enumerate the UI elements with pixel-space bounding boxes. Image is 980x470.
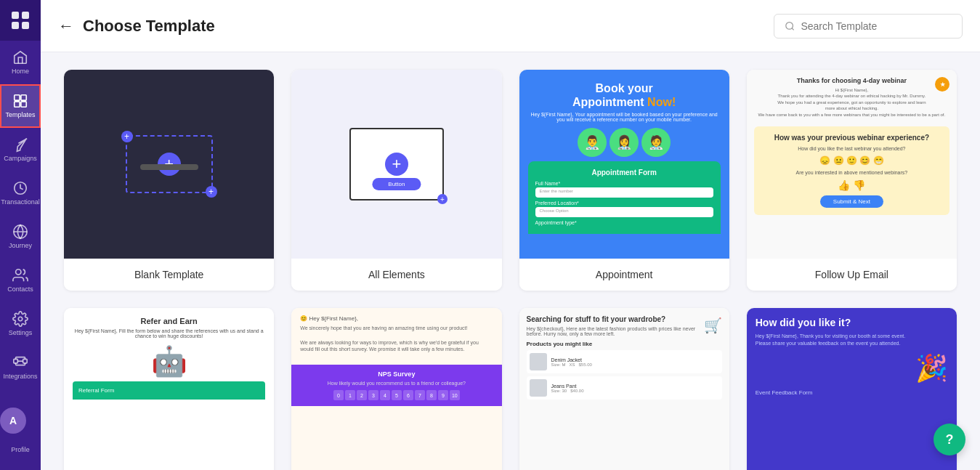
refer-robot: 🤖 <box>151 344 187 378</box>
template-label-appointment: Appointment <box>519 259 729 291</box>
nps-top: 😊 Hey ${First Name}, We sincerely hope t… <box>291 308 501 365</box>
sidebar-item-settings-label: Settings <box>9 330 33 337</box>
sidebar-item-home[interactable]: Home <box>0 41 41 84</box>
sidebar-item-journey[interactable]: Journey <box>0 215 41 259</box>
template-card-follow-up[interactable]: ★ Thanks for choosing 4-day webinar Hi $… <box>747 70 957 291</box>
template-card-nps[interactable]: 😊 Hey ${First Name}, We sincerely hope t… <box>291 308 501 470</box>
appt-form-title: Appointment Form <box>535 169 713 177</box>
fashion-product-1: Denim Jacket Size: M XS $55.00 <box>527 350 722 373</box>
followup-q: How was your previous webinar experience… <box>761 134 942 142</box>
sidebar-item-transactional-label: Transactional <box>1 199 40 206</box>
followup-emojis: 😞 😐 🙂 😊 😁 <box>761 155 942 166</box>
appt-form: Appointment Form Full Name* Enter the nu… <box>528 161 721 234</box>
search-box <box>774 14 963 39</box>
fashion-cart-icon: 🛒 <box>704 317 722 334</box>
sidebar-item-home-label: Home <box>12 68 29 76</box>
event-illustration: 🎉 <box>756 353 948 384</box>
sidebar-logo[interactable] <box>0 0 41 41</box>
svg-rect-1 <box>22 12 29 19</box>
appt-subtitle: Hey ${First Name}, Your appointment will… <box>528 112 721 122</box>
svg-rect-7 <box>21 102 26 107</box>
appt-title: Book yourAppointment Now! <box>572 81 676 109</box>
followup-btn: Submit & Next <box>820 195 883 208</box>
followup-thumbs: 👍 👎 <box>761 179 942 191</box>
svg-point-13 <box>786 22 793 29</box>
svg-rect-11 <box>14 359 18 363</box>
refer-title: Refer and Earn <box>141 317 198 325</box>
template-grid: + + + Blank Template <box>64 70 957 470</box>
sidebar-item-campaigns-label: Campaigns <box>4 155 37 163</box>
template-grid-container: + + + Blank Template <box>41 52 980 470</box>
template-card-all-elements[interactable]: + + Button All Elements <box>291 70 501 291</box>
all-el-small: + <box>437 194 448 204</box>
template-preview-event-feedback: How did you like it? Hey ${First Name}, … <box>747 308 957 470</box>
svg-rect-5 <box>21 95 26 100</box>
event-sub: Hey ${First Name}, Thank you for visitin… <box>756 333 905 347</box>
all-el-plus: + <box>385 153 408 176</box>
blank-plus-tl: + <box>121 131 133 142</box>
template-preview-all-elements: + + Button <box>291 70 501 259</box>
refer-form-bg: Referral Form <box>73 381 265 400</box>
svg-rect-3 <box>22 22 29 29</box>
doctor-3: 🧑‍⚕️ <box>641 128 671 157</box>
svg-rect-2 <box>12 22 19 29</box>
sidebar-item-settings[interactable]: Settings <box>0 302 41 346</box>
template-preview-appointment: Book yourAppointment Now! Hey ${First Na… <box>519 70 729 259</box>
event-title: How did you like it? <box>756 317 905 328</box>
template-label-all-elements: All Elements <box>291 259 501 291</box>
appt-doctors: 👨‍⚕️ 👩‍⚕️ 🧑‍⚕️ <box>578 128 671 157</box>
sidebar-item-profile[interactable]: Profile <box>0 439 41 461</box>
template-card-fashion[interactable]: Searching for stuff to fit your wardrobe… <box>519 308 729 470</box>
followup-sub: Hi ${First Name},Thank you for attending… <box>758 87 946 118</box>
nps-bottom: NPS Survey How likely would you recommen… <box>291 365 501 406</box>
search-icon <box>785 20 795 32</box>
blank-bar <box>140 164 198 170</box>
followup-badge: ★ <box>935 77 949 92</box>
svg-rect-0 <box>12 12 19 19</box>
sidebar-item-templates-label: Templates <box>5 112 35 119</box>
svg-point-10 <box>18 317 23 321</box>
template-card-refer-earn[interactable]: Refer and Earn Hey ${First Name}, Fill t… <box>64 308 274 470</box>
back-button[interactable]: ← <box>58 17 74 36</box>
svg-rect-6 <box>15 102 20 107</box>
template-preview-blank: + + + <box>64 70 274 259</box>
template-label-follow-up: Follow Up Email <box>747 259 957 291</box>
template-preview-follow-up: ★ Thanks for choosing 4-day webinar Hi $… <box>747 70 957 259</box>
sidebar-item-templates[interactable]: Templates <box>0 84 41 128</box>
refer-sub: Hey ${First Name}, Fill the form below a… <box>73 328 265 339</box>
svg-point-9 <box>16 270 21 275</box>
all-el-btn: Button <box>372 178 421 190</box>
sidebar-item-campaigns[interactable]: Campaigns <box>0 128 41 171</box>
profile-avatar[interactable]: A <box>0 408 26 434</box>
main-content: ← Choose Template + + <box>41 0 980 470</box>
template-preview-nps: 😊 Hey ${First Name}, We sincerely hope t… <box>291 308 501 470</box>
header: ← Choose Template <box>41 0 980 52</box>
sidebar-item-integrations-label: Integrations <box>3 373 37 381</box>
page-title: Choose Template <box>83 17 215 36</box>
template-preview-fashion: Searching for stuff to fit your wardrobe… <box>519 308 729 470</box>
template-card-blank[interactable]: + + + Blank Template <box>64 70 274 291</box>
template-preview-refer-earn: Refer and Earn Hey ${First Name}, Fill t… <box>64 308 274 470</box>
svg-rect-12 <box>23 359 27 363</box>
svg-rect-4 <box>15 95 20 100</box>
doctor-2: 👩‍⚕️ <box>610 128 639 157</box>
sidebar-item-contacts[interactable]: Contacts <box>0 259 41 302</box>
sidebar-item-integrations[interactable]: Integrations <box>0 346 41 389</box>
sidebar-item-journey-label: Journey <box>9 243 32 250</box>
followup-yellow: How was your previous webinar experience… <box>754 126 949 215</box>
help-button[interactable]: ? <box>934 424 965 455</box>
followup-q2: How did you like the last webinar you at… <box>761 146 942 151</box>
doctor-1: 👨‍⚕️ <box>578 128 607 157</box>
template-card-appointment[interactable]: Book yourAppointment Now! Hey ${First Na… <box>519 70 729 291</box>
profile-label: Profile <box>11 447 30 454</box>
followup-header-text: Thanks for choosing 4-day webinar <box>797 77 907 84</box>
blank-plus-br: + <box>206 186 217 198</box>
sidebar-item-contacts-label: Contacts <box>7 286 33 293</box>
template-card-event-feedback[interactable]: How did you like it? Hey ${First Name}, … <box>747 308 957 470</box>
search-input[interactable] <box>801 20 952 32</box>
template-label-blank: Blank Template <box>64 259 274 291</box>
sidebar-item-transactional[interactable]: Transactional <box>0 171 41 215</box>
header-left: ← Choose Template <box>58 17 215 36</box>
fashion-product-2: Jeans Pant Size: 30 $40.00 <box>527 376 722 400</box>
sidebar: Home Templates Campaigns Transactional J… <box>0 0 41 470</box>
